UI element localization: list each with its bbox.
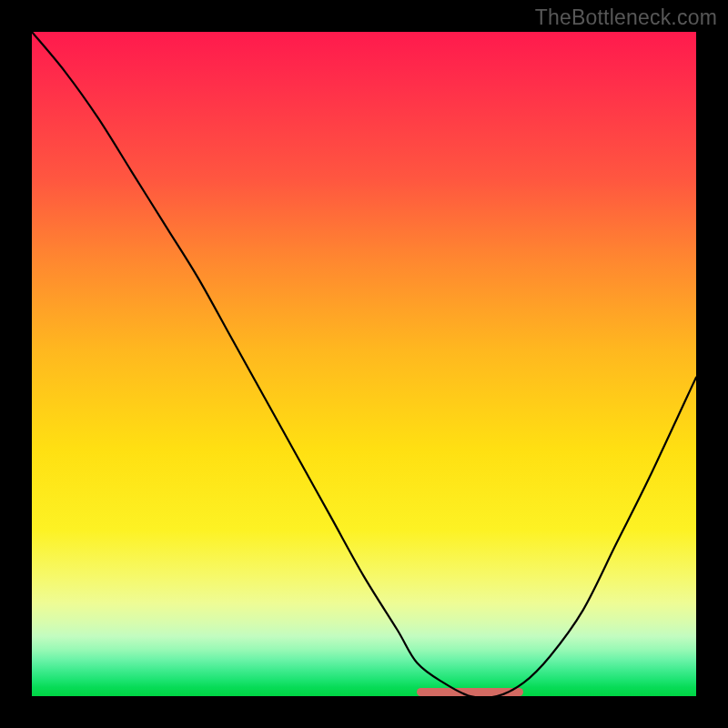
bottleneck-curve [32, 32, 696, 696]
watermark-text: TheBottleneck.com [535, 5, 717, 30]
plot-area [32, 32, 696, 696]
curve-svg [32, 32, 696, 696]
chart-frame: TheBottleneck.com [0, 0, 728, 728]
